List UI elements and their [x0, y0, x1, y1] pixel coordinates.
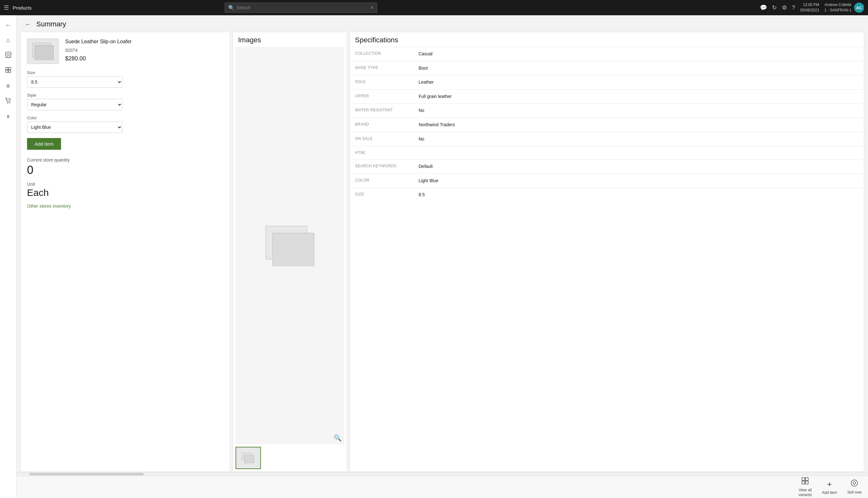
color-select[interactable]: Light Blue Black Brown White: [27, 121, 122, 133]
bottom-bar: View allvariants + Add item Sell now: [16, 476, 868, 498]
specifications-rows: COLLECTION Casual SHOE TYPE Boot SOLE Le…: [350, 47, 864, 202]
style-group: Style Regular Wide Narrow: [27, 93, 223, 110]
svg-rect-2: [6, 67, 8, 70]
sidebar-item-cart[interactable]: [1, 94, 15, 108]
sidebar-item-store[interactable]: [1, 48, 15, 62]
spec-key: HTML: [355, 150, 419, 156]
sell-now-action[interactable]: Sell now: [847, 479, 862, 495]
sidebar-item-menu[interactable]: ≡: [1, 79, 15, 93]
spec-key: ON SALE: [355, 136, 419, 142]
datetime-display: 12:00 PM 05/06/2021: [800, 2, 819, 13]
sell-now-label: Sell now: [847, 490, 862, 495]
add-item-button[interactable]: Add item: [27, 138, 61, 150]
style-select[interactable]: Regular Wide Narrow: [27, 99, 122, 110]
spec-value: Light Blue: [419, 178, 859, 184]
svg-rect-17: [802, 481, 805, 484]
spec-row: COLLECTION Casual: [350, 47, 864, 61]
product-price: $280.00: [65, 55, 223, 62]
sidebar: ← ⌂ ≡: [0, 15, 16, 498]
svg-rect-9: [35, 45, 53, 60]
sidebar-item-badge[interactable]: 0: [1, 109, 15, 123]
help-icon[interactable]: ?: [792, 4, 795, 11]
back-nav-icon: ←: [5, 21, 11, 29]
spec-key: BRAND: [355, 122, 419, 127]
spec-key: SHOE TYPE: [355, 65, 419, 70]
zoom-icon: 🔍: [334, 434, 342, 442]
sell-now-icon: [851, 479, 858, 489]
view-all-variants-action[interactable]: View allvariants: [798, 477, 812, 497]
spec-row: SEARCH KEYWORDS Default: [350, 159, 864, 174]
search-bar[interactable]: 🔍 ✕: [225, 2, 377, 13]
thumbnail-1[interactable]: [235, 447, 261, 469]
user-name: Andrew Collette: [825, 2, 852, 8]
svg-point-6: [7, 102, 8, 103]
product-header: Suede Leather Slip-on Loafer 92074 $280.…: [27, 39, 223, 64]
spec-row: SOLE Leather: [350, 75, 864, 89]
spec-key: SIZE: [355, 192, 419, 197]
scrollbar-thumb[interactable]: [29, 473, 144, 475]
unit-label: Unit: [27, 182, 223, 187]
back-button[interactable]: ←: [23, 19, 33, 29]
summary-panel: Suede Leather Slip-on Loafer 92074 $280.…: [21, 32, 230, 472]
image-thumbnails: [233, 444, 347, 472]
svg-point-19: [851, 480, 857, 486]
svg-rect-1: [7, 55, 9, 57]
size-group: Size 8 8.5 9 9.5 10: [27, 70, 223, 88]
svg-rect-16: [805, 477, 808, 481]
spec-key: SEARCH KEYWORDS: [355, 163, 419, 169]
settings-icon[interactable]: ⚙: [782, 4, 787, 11]
hamburger-menu-icon[interactable]: ☰: [4, 4, 9, 11]
horizontal-scrollbar[interactable]: [16, 472, 868, 476]
color-group: Color Light Blue Black Brown White: [27, 116, 223, 133]
sidebar-item-products[interactable]: [1, 64, 15, 78]
svg-rect-0: [6, 54, 11, 57]
spec-key: SOLE: [355, 79, 419, 84]
main-layout: ← ⌂ ≡: [0, 15, 868, 498]
size-label: Size: [27, 70, 223, 75]
svg-rect-3: [9, 67, 11, 70]
spec-row: SHOE TYPE Boot: [350, 61, 864, 75]
svg-rect-4: [6, 70, 8, 73]
user-store: 1 - SANFRAN-1: [825, 8, 852, 13]
content-area: ← Summary Suede Leather Slip-o: [16, 15, 868, 498]
spec-value: Full grain leather: [419, 93, 859, 100]
home-icon: ⌂: [6, 37, 10, 44]
avatar[interactable]: AC: [854, 2, 864, 13]
spec-row: BRAND Northwind Traders: [350, 118, 864, 132]
svg-rect-18: [805, 481, 808, 484]
size-select[interactable]: 8 8.5 9 9.5 10: [27, 76, 122, 88]
page-header: ← Summary: [16, 15, 868, 29]
sidebar-item-home[interactable]: ⌂: [1, 33, 15, 47]
images-main-display: 🔍: [235, 47, 344, 444]
spec-value: Leather: [419, 79, 859, 86]
add-item-action[interactable]: + Add item: [822, 479, 837, 495]
three-col-layout: Suede Leather Slip-on Loafer 92074 $280.…: [16, 29, 868, 472]
search-input[interactable]: [236, 5, 370, 10]
other-stores-link[interactable]: Other stores inventory: [27, 204, 71, 209]
style-label: Style: [27, 93, 223, 97]
refresh-icon[interactable]: ↻: [772, 4, 777, 11]
product-sku: 92074: [65, 48, 223, 53]
topbar-icons: 💬 ↻ ⚙ ? 12:00 PM 05/06/2021 Andrew Colle…: [760, 2, 864, 13]
quantity-section: Current store quantity 0: [27, 157, 223, 176]
spec-key: COLLECTION: [355, 51, 419, 56]
page-title: Summary: [36, 20, 66, 28]
badge-icon: 0: [7, 114, 9, 119]
view-all-variants-label: View allvariants: [798, 488, 812, 497]
svg-point-7: [9, 102, 10, 103]
spec-value: Casual: [419, 51, 859, 57]
product-name: Suede Leather Slip-on Loafer: [65, 39, 223, 45]
clear-search-icon[interactable]: ✕: [370, 5, 374, 10]
sidebar-item-back[interactable]: ←: [1, 18, 15, 32]
date-display: 05/06/2021: [800, 8, 819, 13]
zoom-button[interactable]: 🔍: [334, 434, 342, 442]
unit-value: Each: [27, 187, 223, 198]
spec-row: SIZE 8.5: [350, 188, 864, 202]
spec-value: 8.5: [419, 192, 859, 198]
products-icon: [5, 66, 12, 75]
images-panel: Images 🔍: [233, 32, 347, 472]
store-icon: [5, 51, 12, 60]
chat-icon[interactable]: 💬: [760, 4, 767, 11]
spec-row: HTML: [350, 146, 864, 159]
spec-row: COLOR Light Blue: [350, 174, 864, 188]
